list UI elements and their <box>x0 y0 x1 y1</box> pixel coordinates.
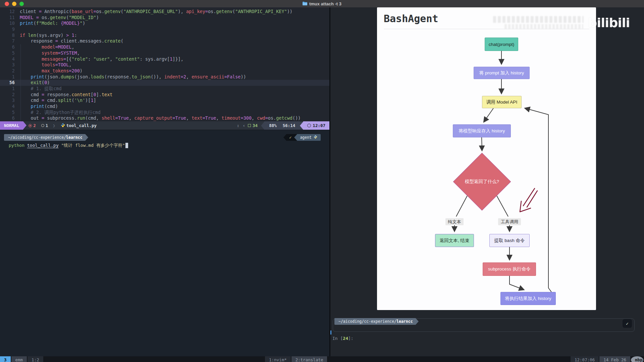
code-line[interactable]: 2 max_tokens=200) <box>0 68 329 74</box>
right-prompt: ✓ agent <box>283 134 321 141</box>
flowchart-panel: BashAgent <box>377 7 596 310</box>
flow-node-label: 纯文本 <box>447 219 463 225</box>
package-count: 34 <box>253 123 258 128</box>
code-line[interactable]: 4 print(cmd) <box>0 104 329 110</box>
vim-mode-segment: NORMAL <box>0 121 23 130</box>
code-line[interactable]: 11MODEL = os.getenv("MODEL_ID") <box>0 15 329 21</box>
window-title-text: tmux attach -t 3 <box>309 1 341 6</box>
flow-node-decision: 模型返回了什么? <box>453 153 511 210</box>
chevron-left-icon: ‹ <box>243 123 246 128</box>
code-line[interactable]: 56 exit(0) <box>0 80 329 86</box>
tmux-segment[interactable]: mbp14-m7 <box>631 356 643 362</box>
code-line[interactable]: 2 cmd = response.content[0].text <box>0 92 329 98</box>
clock-time: 12:07 <box>313 121 325 130</box>
flow-node-add-prompt-history: 将 prompt 加入 history <box>474 67 530 79</box>
flow-node-label: 返回文本, 结束 <box>438 238 471 244</box>
code-editor[interactable]: 12client = Anthropic(base_url=os.getenv(… <box>0 7 329 121</box>
exit-status-check: ✓ <box>623 319 632 328</box>
code-line[interactable]: 12client = Anthropic(base_url=os.getenv(… <box>0 9 329 15</box>
flow-node-label: 将执行结果加入 history <box>503 296 552 302</box>
flow-node-call-model-api: 调用 Model API <box>482 96 522 108</box>
folder-icon <box>303 1 307 6</box>
code-line[interactable]: 5 # 2. 调用python子进程执行cmd <box>0 110 329 116</box>
python-icon <box>61 123 65 128</box>
code-line[interactable]: 6 out = subprocess.run(cmd, shell=True, … <box>0 115 329 121</box>
tmux-segment[interactable]: 14 Feb 26 <box>599 356 630 362</box>
tmux-segment[interactable]: 1:nvim* <box>265 356 291 362</box>
filename-text: tool_call.py <box>66 123 97 128</box>
flow-node-label: subprocess 执行命令 <box>487 266 532 272</box>
code-line[interactable]: 8if len(sys.argv) > 1: <box>0 33 329 39</box>
flow-node-store-response: 将模型响应存入 history <box>453 124 511 137</box>
flow-node-chat: chat(prompt) <box>485 38 518 51</box>
in-prompt-suffix: ]: <box>348 336 354 341</box>
window-title: tmux attach -t 3 <box>0 1 644 6</box>
flow-node-label-tool-call: 工具调用 <box>498 218 521 225</box>
flow-node-label: 将 prompt 加入 history <box>478 70 526 76</box>
tmux-right: 12:07:0614 Feb 26mbp14-m7 <box>571 356 644 362</box>
code-line[interactable]: 1 print(json.dumps(json.loads(response.t… <box>0 74 329 80</box>
check-icon: ✓ <box>626 321 629 326</box>
tmux-segment[interactable]: 12:07:06 <box>571 356 599 362</box>
powerline-separator <box>283 134 286 141</box>
window-titlebar: tmux attach -t 3 <box>0 0 644 8</box>
flow-node-label: 模型返回了什么? <box>464 179 500 185</box>
code-line[interactable]: 5 system=SYSTEM, <box>0 50 329 56</box>
statusline-separator: ❯ <box>53 123 55 128</box>
code-line[interactable]: 4 messages=[{"role": "user", "content": … <box>0 56 329 62</box>
clock-icon <box>307 124 311 127</box>
code-line[interactable]: 3 cmd = cmd.split('\n')[1] <box>0 98 329 104</box>
powerline-separator <box>261 122 264 130</box>
code-line[interactable]: 9 <box>0 26 329 33</box>
tmux-pane-repl[interactable]: BashAgent <box>330 7 644 356</box>
embedded-terminal[interactable]: ~/aicoding/cc-experience/learncc ✓ agent… <box>0 130 329 356</box>
flow-node-label-plain-text: 纯文本 <box>445 218 464 225</box>
flow-node-label: 调用 Model API <box>485 99 519 105</box>
in-prompt-number: 24 <box>343 336 348 341</box>
code-line[interactable]: 6 model=MODEL, <box>0 44 329 50</box>
tmux-segment[interactable]: 1:2 <box>28 356 43 362</box>
command-tokens: python tool_call.py "统计 flow.md 有多少个字符" <box>9 142 125 148</box>
cell-indicator <box>330 330 331 335</box>
flow-node-subprocess-exec: subprocess 执行命令 <box>483 262 536 276</box>
flow-node-label: 提取 bash 命令 <box>493 238 526 244</box>
tmux-pane-editor[interactable]: 12client = Anthropic(base_url=os.getenv(… <box>0 7 329 356</box>
flow-node-extract-bash: 提取 bash 命令 <box>489 234 530 247</box>
env-badge: agent <box>297 134 321 141</box>
flow-node-add-result-history: 将执行结果加入 history <box>500 292 556 305</box>
powerline-separator <box>300 122 303 130</box>
command-input[interactable]: python tool_call.py "统计 flow.md 有多少个字符" <box>9 142 128 148</box>
tmux-segment[interactable]: 3 <box>0 356 11 362</box>
diagnostic-hints: 1 <box>41 123 48 128</box>
code-line[interactable]: 7 response = client.messages.create( <box>0 38 329 44</box>
indent-guide <box>20 44 21 128</box>
prompt-line: ~/aicoding/cc-experience/learncc ✓ agent <box>0 134 329 141</box>
diagnostic-errors: 2 <box>29 123 36 128</box>
flow-node-label: chat(prompt) <box>487 42 516 47</box>
flow-node-label: 工具调用 <box>499 219 520 225</box>
error-icon <box>29 124 32 127</box>
code-lines: 12client = Anthropic(base_url=os.getenv(… <box>0 9 329 121</box>
cwd-badge: ~/aicoding/cc-experience/learncc <box>334 318 416 325</box>
tmux-left: 3emm1:2 <box>0 356 44 362</box>
statusline-colon: : <box>237 123 239 128</box>
cwd-dirname: learncc <box>66 135 82 140</box>
flow-node-label: 将模型响应存入 history <box>457 128 506 134</box>
cursor-position: 56:14 <box>283 121 296 130</box>
ipython-prompt[interactable]: In [24]: <box>332 336 354 341</box>
tmux-segment[interactable]: emm <box>11 356 27 362</box>
filename-item: tool_call.py <box>61 123 97 128</box>
code-line[interactable]: 3 tools=TOOL, <box>0 62 329 68</box>
hand-drawn-arrow <box>520 188 537 212</box>
exit-status-check: ✓ <box>286 134 294 141</box>
cwd-dirname: learncc <box>396 319 413 324</box>
code-line[interactable]: 10print(f"Model: {MODEL}") <box>0 20 329 26</box>
tmux-segment[interactable]: 2:translate <box>291 356 327 362</box>
flow-node-return-text-end: 返回文本, 结束 <box>435 234 474 247</box>
vim-statusline: NORMAL 2 1 ❯ tool_call.py : ‹ 34 88% 56:… <box>0 121 329 130</box>
python-icon <box>314 134 317 141</box>
in-prompt-prefix: In [ <box>332 336 343 341</box>
code-line[interactable]: 1 # 1. 提取cmd <box>0 86 329 92</box>
env-name: agent <box>300 134 312 141</box>
terminal-cursor <box>125 143 128 148</box>
